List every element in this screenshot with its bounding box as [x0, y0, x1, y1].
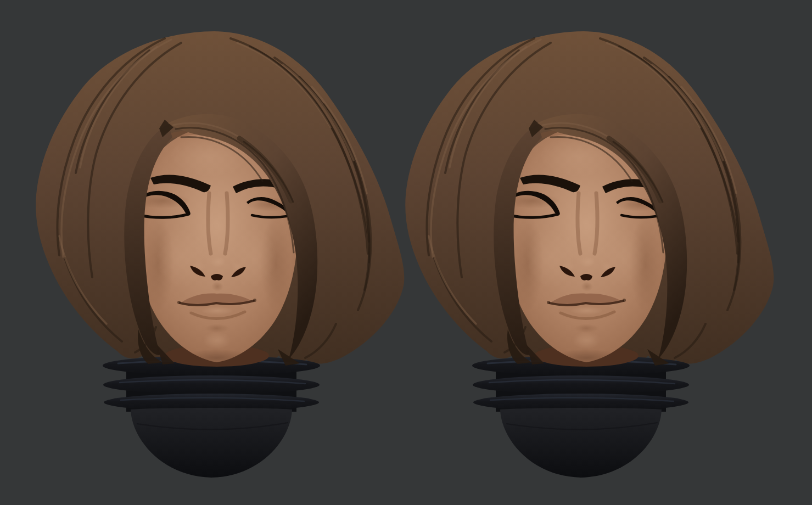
- head-sculpt-right[interactable]: [405, 31, 774, 478]
- sculpt-viewport[interactable]: [0, 0, 812, 505]
- viewport-canvas[interactable]: [0, 0, 812, 505]
- head-sculpt-left[interactable]: [36, 31, 404, 478]
